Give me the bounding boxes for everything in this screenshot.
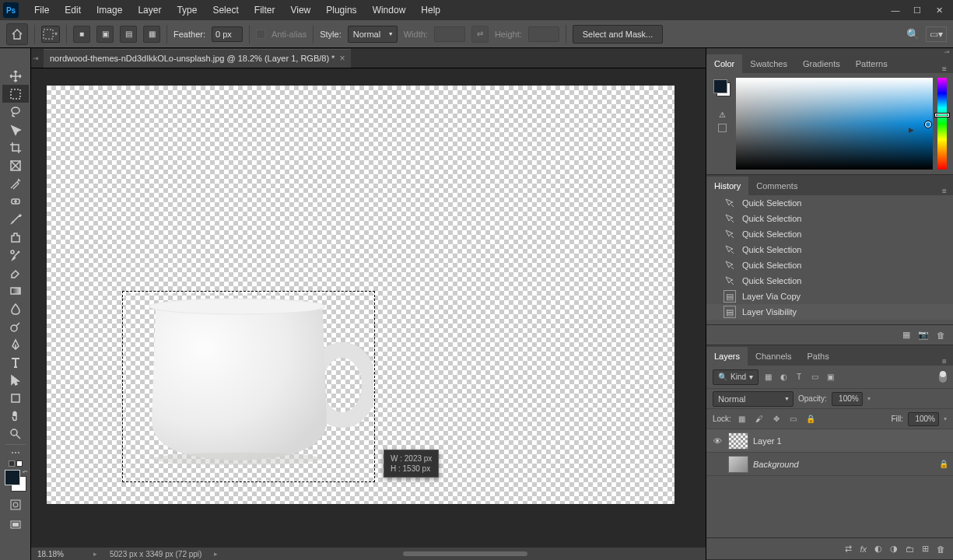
edit-toolbar-icon[interactable]: ⋯ [2,446,29,459]
foreground-color[interactable] [5,470,20,485]
menu-plugins[interactable]: Plugins [318,2,364,19]
layer-name-label[interactable]: Background [753,460,799,469]
adjustment-layer-icon[interactable]: ◑ [890,544,898,554]
swap-colors-icon[interactable]: ⤺ [23,468,28,475]
spectrum-cursor[interactable] [925,121,931,128]
close-button[interactable]: ✕ [928,2,950,18]
color-swatches[interactable]: ⤺ [5,470,26,492]
filter-pixel-icon[interactable]: ▦ [762,371,774,383]
filter-shape-icon[interactable]: ▭ [808,371,821,383]
menu-layer[interactable]: Layer [130,2,169,19]
menu-help[interactable]: Help [413,2,448,19]
layer-thumbnail[interactable] [728,456,748,473]
lock-pixels-icon[interactable]: 🖌 [753,413,766,425]
hue-cursor[interactable] [935,114,949,117]
tab-history[interactable]: History [706,177,748,195]
create-document-from-state-icon[interactable]: ▦ [902,330,910,340]
group-icon[interactable]: 🗀 [906,544,914,554]
filter-smart-icon[interactable]: ▣ [824,371,836,383]
layer-thumbnail[interactable] [728,432,748,450]
eyedropper-tool[interactable] [2,174,29,192]
menu-edit[interactable]: Edit [57,2,89,19]
menu-window[interactable]: Window [365,2,414,19]
select-and-mask-button[interactable]: Select and Mask... [573,25,664,44]
tab-channels[interactable]: Channels [748,347,799,366]
hand-tool[interactable] [2,407,29,425]
crop-tool[interactable] [2,138,29,156]
opacity-input[interactable] [832,392,863,406]
layer-row[interactable]: Background🔒 [706,453,953,476]
layer-style-icon[interactable]: fx [860,544,867,554]
workspace-switcher-icon[interactable]: ▭▾ [926,26,947,42]
new-layer-icon[interactable]: ⊞ [922,544,929,554]
color-spectrum[interactable]: ▶ [736,78,933,170]
tab-layers[interactable]: Layers [706,347,748,366]
zoom-tool[interactable] [2,425,29,443]
panel-menu-icon[interactable]: ≡ [936,187,953,195]
menu-view[interactable]: View [282,2,318,19]
layer-visibility-icon[interactable]: 👁 [711,435,724,447]
tab-swatches[interactable]: Swatches [742,54,795,73]
tab-comments[interactable]: Comments [748,177,805,195]
frame-tool[interactable] [2,156,29,174]
web-safe-icon[interactable] [718,124,727,132]
tab-scroll-icon[interactable]: ⇥ [33,54,39,62]
type-tool[interactable] [2,353,29,371]
snapshot-icon[interactable]: 📷 [918,330,929,340]
home-button[interactable] [6,23,28,45]
history-item[interactable]: Quick Selection [706,211,953,226]
filter-kind-select[interactable]: 🔍 Kind ▾ [713,369,759,385]
lock-artboard-icon[interactable]: ▭ [787,413,800,425]
minimize-button[interactable]: — [885,2,906,18]
layer-row[interactable]: 👁Layer 1 [706,429,953,453]
marquee-tool[interactable] [2,85,29,103]
layer-name-label[interactable]: Layer 1 [753,436,782,446]
history-item[interactable]: Quick Selection [706,226,953,242]
history-brush-tool[interactable] [2,246,29,264]
quick-select-tool[interactable] [2,121,29,138]
blend-mode-select[interactable]: Normal [713,391,794,407]
search-icon[interactable]: 🔍 [906,28,920,40]
eraser-tool[interactable] [2,264,29,282]
tab-gradients[interactable]: Gradients [795,54,848,73]
history-item[interactable]: Quick Selection [706,195,953,211]
lock-icon[interactable]: 🔒 [939,460,948,468]
color-panel-fg[interactable] [713,79,727,93]
tab-close-icon[interactable]: × [339,53,345,64]
dodge-tool[interactable] [2,317,29,335]
intersect-selection-icon[interactable]: ▦ [143,26,160,43]
link-layers-icon[interactable]: ⇄ [845,544,852,554]
gradient-tool[interactable] [2,282,29,299]
shape-tool[interactable] [2,389,29,407]
menu-select[interactable]: Select [205,2,246,19]
filter-type-icon[interactable]: T [793,371,805,383]
layer-mask-icon[interactable]: ◐ [874,544,882,554]
gamut-warning-icon[interactable]: ⚠ [719,110,726,119]
subtract-selection-icon[interactable]: ▤ [120,26,137,43]
fill-dropdown-icon[interactable]: ▾ [944,415,947,422]
menu-type[interactable]: Type [169,2,205,19]
status-zoom[interactable]: 18.18% [37,550,81,558]
history-item[interactable]: ▤Layer Via Copy [706,289,953,304]
delete-layer-icon[interactable]: 🗑 [937,544,945,554]
menu-filter[interactable]: Filter [247,2,283,19]
history-item[interactable]: Quick Selection [706,242,953,257]
filter-adjust-icon[interactable]: ◐ [777,371,790,383]
blur-tool[interactable] [2,299,29,317]
path-select-tool[interactable] [2,371,29,389]
status-arrow-icon[interactable]: ▸ [214,550,218,558]
filter-toggle[interactable] [939,372,947,383]
fill-input[interactable] [908,412,939,426]
add-selection-icon[interactable]: ▣ [96,26,114,43]
lock-all-icon[interactable]: 🔒 [804,413,817,425]
tab-color[interactable]: Color [706,54,742,73]
document-tab[interactable]: nordwood-themes-nDd3dIkkOLo-unsplash.jpg… [44,49,351,68]
lock-transparent-icon[interactable]: ▦ [736,413,748,425]
style-select[interactable]: Normal [348,26,398,43]
menu-file[interactable]: File [26,2,57,19]
quick-mask-icon[interactable] [7,496,24,513]
history-item[interactable]: Quick Selection [706,257,953,273]
maximize-button[interactable]: ☐ [906,2,928,18]
delete-state-icon[interactable]: 🗑 [937,331,945,340]
layer-visibility-icon[interactable] [711,458,724,471]
